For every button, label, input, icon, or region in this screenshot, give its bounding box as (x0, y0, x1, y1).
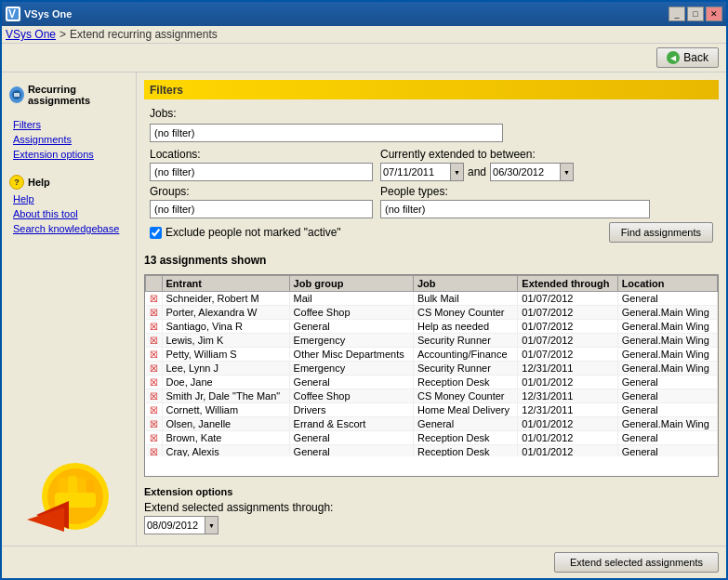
sidebar-title: Recurring assignments (28, 84, 128, 106)
row-extended-through: 12/31/2011 (518, 403, 617, 417)
row-check-icon: ☒ (150, 447, 158, 456)
date-from-input[interactable] (381, 164, 450, 180)
row-check-icon: ☒ (150, 322, 158, 332)
row-checkbox-cell[interactable]: ☒ (146, 320, 163, 334)
row-location: General.Main Wing (617, 334, 717, 348)
row-location: General (617, 376, 717, 389)
extend-date-dropdown[interactable]: ▼ (205, 517, 218, 534)
locations-select[interactable]: (no filter) (150, 163, 373, 181)
breadcrumb-home[interactable]: VSys One (6, 28, 56, 41)
logo-svg (27, 459, 111, 538)
sidebar-item-assignments[interactable]: Assignments (6, 132, 132, 147)
row-job-group: Coffee Shop (289, 389, 413, 403)
row-check-icon: ☒ (150, 349, 158, 360)
filters-title: Filters (150, 84, 183, 97)
people-types-select[interactable]: (no filter) (380, 200, 650, 218)
row-checkbox-cell[interactable]: ☒ (146, 445, 163, 457)
main-panel: Filters Jobs: (no filter) (137, 72, 726, 546)
row-extended-through: 01/07/2012 (518, 334, 617, 348)
breadcrumb-separator: > (60, 28, 66, 41)
svg-point-2 (12, 90, 21, 99)
table-row[interactable]: ☒ Porter, Alexandra W Coffee Shop CS Mon… (146, 306, 718, 320)
groups-people-row: Groups: (no filter) People types: (no fi… (150, 185, 713, 218)
sidebar-item-filters[interactable]: Filters (6, 117, 132, 132)
exclude-active-checkbox[interactable] (150, 227, 162, 239)
close-button[interactable]: ✕ (706, 7, 722, 21)
groups-select[interactable]: (no filter) (150, 200, 373, 218)
row-extended-through: 01/01/2012 (518, 417, 617, 431)
date-to-input[interactable] (491, 164, 560, 180)
bottom-bar: Extend selected assignments (2, 546, 726, 578)
row-check-icon: ☒ (150, 405, 158, 415)
row-entrant: Brown, Kate (162, 431, 289, 445)
sidebar: Recurring assignments Filters Assignment… (2, 72, 137, 546)
row-checkbox-cell[interactable]: ☒ (146, 376, 163, 389)
row-entrant: Petty, William S (162, 348, 289, 362)
row-check-icon: ☒ (150, 308, 158, 318)
minimize-button[interactable]: _ (668, 7, 685, 21)
help-label: Help (28, 177, 50, 188)
back-button[interactable]: ◀ Back (656, 47, 719, 68)
row-job-group: General (289, 431, 413, 445)
row-checkbox-cell[interactable]: ☒ (146, 306, 163, 320)
find-assignments-button[interactable]: Find assignments (609, 222, 713, 243)
row-checkbox-cell[interactable]: ☒ (146, 417, 163, 431)
table-scroll-area[interactable]: Entrant Job group Job Extended through L… (145, 275, 718, 456)
jobs-select[interactable]: (no filter) (150, 124, 503, 142)
date-range: ▼ and ▼ (380, 163, 574, 181)
row-checkbox-cell[interactable]: ☒ (146, 362, 163, 376)
groups-label: Groups: (150, 185, 373, 198)
row-check-icon: ☒ (150, 336, 158, 346)
sidebar-item-search-kb[interactable]: Search knowledgebase (6, 221, 132, 236)
row-job: Security Runner (413, 334, 517, 348)
maximize-button[interactable]: □ (687, 7, 704, 21)
sidebar-icon (9, 86, 24, 103)
row-checkbox-cell[interactable]: ☒ (146, 348, 163, 362)
extend-selected-button[interactable]: Extend selected assignments (554, 552, 719, 573)
row-location: General.Main Wing (617, 306, 717, 320)
row-check-icon: ☒ (150, 419, 158, 429)
date-to-dropdown[interactable]: ▼ (560, 164, 573, 180)
row-checkbox-cell[interactable]: ☒ (146, 431, 163, 445)
table-row[interactable]: ☒ Doe, Jane General Reception Desk 01/01… (146, 376, 718, 389)
row-entrant: Smith Jr, Dale "The Man" (162, 389, 289, 403)
table-row[interactable]: ☒ Olsen, Janelle Errand & Escort General… (146, 417, 718, 431)
extend-date-container: ▼ (144, 516, 719, 534)
table-row[interactable]: ☒ Smith Jr, Dale "The Man" Coffee Shop C… (146, 389, 718, 403)
main-window: V VSys One _ □ ✕ VSys One > Extend recur… (0, 0, 728, 580)
extended-dates-group: Currently extended to between: ▼ and ▼ (380, 148, 574, 181)
table-row[interactable]: ☒ Schneider, Robert M Mail Bulk Mail 01/… (146, 292, 718, 306)
assignments-count: 13 assignments shown (144, 254, 719, 267)
row-location: General (617, 403, 717, 417)
app-logo (6, 441, 132, 538)
col-location: Location (617, 276, 717, 292)
table-row[interactable]: ☒ Petty, William S Other Misc Department… (146, 348, 718, 362)
sidebar-item-help[interactable]: Help (6, 191, 132, 206)
sidebar-item-about[interactable]: About this tool (6, 206, 132, 221)
row-job-group: Mail (289, 292, 413, 306)
row-location: General.Main Wing (617, 417, 717, 431)
table-row[interactable]: ☒ Lee, Lynn J Emergency Security Runner … (146, 362, 718, 376)
row-checkbox-cell[interactable]: ☒ (146, 292, 163, 306)
row-checkbox-cell[interactable]: ☒ (146, 403, 163, 417)
row-entrant: Olsen, Janelle (162, 417, 289, 431)
row-entrant: Porter, Alexandra W (162, 306, 289, 320)
sidebar-nav: Filters Assignments Extension options (6, 117, 132, 162)
row-check-icon: ☒ (150, 294, 158, 304)
table-row[interactable]: ☒ Lewis, Jim K Emergency Security Runner… (146, 334, 718, 348)
table-row[interactable]: ☒ Brown, Kate General Reception Desk 01/… (146, 431, 718, 445)
jobs-label: Jobs: (150, 107, 177, 120)
sidebar-item-extension-options[interactable]: Extension options (6, 147, 132, 162)
help-header: ? Help (6, 173, 132, 191)
extend-date-input[interactable] (145, 517, 205, 534)
row-checkbox-cell[interactable]: ☒ (146, 389, 163, 403)
row-checkbox-cell[interactable]: ☒ (146, 334, 163, 348)
date-from-dropdown[interactable]: ▼ (450, 164, 463, 180)
table-row[interactable]: ☒ Santiago, Vina R General Help as neede… (146, 320, 718, 334)
table-row[interactable]: ☒ Cornett, William Drivers Home Meal Del… (146, 403, 718, 417)
jobs-input-row: (no filter) (150, 122, 713, 144)
filter-group: Jobs: (no filter) Locations: (no fil (144, 103, 719, 244)
row-extended-through: 01/01/2012 (518, 445, 617, 457)
sidebar-section-header: Recurring assignments (6, 80, 132, 110)
table-row[interactable]: ☒ Cray, Alexis General Reception Desk 01… (146, 445, 718, 457)
